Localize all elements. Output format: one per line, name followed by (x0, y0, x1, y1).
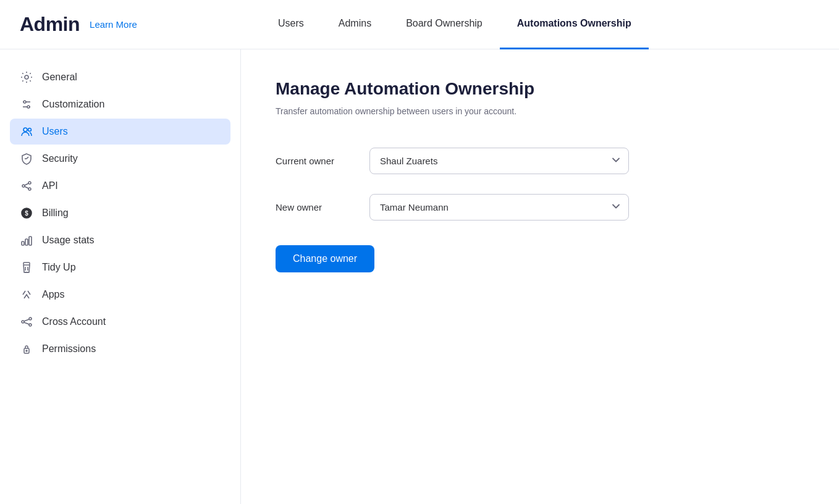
sidebar-item-label-apps: Apps (42, 289, 64, 300)
sidebar: GeneralCustomizationUsersSecurityAPI$Bil… (0, 49, 241, 504)
apps-icon (20, 288, 33, 301)
sidebar-item-api[interactable]: API (10, 173, 230, 199)
sidebar-item-users[interactable]: Users (10, 119, 230, 145)
billing-icon: $ (20, 206, 33, 220)
sidebar-item-label-users: Users (42, 126, 68, 137)
change-owner-button[interactable]: Change owner (276, 245, 374, 272)
svg-rect-17 (25, 239, 28, 245)
new-owner-select[interactable]: Tamar NeumannShaul ZuaretsOther User (369, 194, 629, 220)
sidebar-item-label-customization: Customization (42, 99, 104, 110)
tab-admins[interactable]: Admins (321, 0, 389, 49)
tidyup-icon (20, 261, 33, 274)
sidebar-item-apps[interactable]: Apps (10, 282, 230, 308)
svg-rect-18 (29, 237, 32, 245)
svg-point-23 (29, 317, 32, 320)
permissions-icon (20, 342, 33, 356)
sidebar-item-label-usage-stats: Usage stats (42, 235, 94, 246)
svg-point-0 (25, 75, 28, 79)
current-owner-select-wrapper: Shaul ZuaretsTamar NeumannOther User (369, 148, 629, 174)
svg-rect-19 (23, 262, 30, 265)
current-owner-label: Current owner (276, 156, 350, 166)
learn-more-link[interactable]: Learn More (90, 19, 137, 30)
sidebar-item-security[interactable]: Security (10, 146, 230, 172)
gear-icon (20, 70, 33, 84)
cross-account-icon (20, 315, 33, 329)
svg-point-3 (23, 101, 26, 103)
api-icon (20, 179, 33, 193)
sidebar-item-label-general: General (42, 72, 77, 83)
svg-point-28 (26, 350, 27, 351)
current-owner-select[interactable]: Shaul ZuaretsTamar NeumannOther User (369, 148, 629, 174)
svg-point-22 (22, 321, 24, 323)
svg-line-25 (24, 319, 29, 321)
header: Admin Learn More UsersAdminsBoard Owners… (0, 0, 839, 49)
sidebar-item-cross-account[interactable]: Cross Account (10, 309, 230, 335)
sidebar-item-label-security: Security (42, 153, 78, 164)
svg-text:$: $ (25, 210, 28, 217)
svg-point-6 (28, 128, 32, 132)
header-tabs: UsersAdminsBoard OwnershipAutomations Ow… (261, 0, 649, 49)
sidebar-item-usage-stats[interactable]: Usage stats (10, 227, 230, 253)
current-owner-row: Current owner Shaul ZuaretsTamar Neumann… (276, 148, 804, 174)
svg-line-12 (25, 183, 28, 185)
svg-point-11 (28, 188, 31, 190)
sidebar-item-tidy-up[interactable]: Tidy Up (10, 254, 230, 280)
page-title: Manage Automation Ownership (276, 79, 804, 99)
sidebar-item-customization[interactable]: Customization (10, 91, 230, 117)
app-title: Admin (20, 13, 80, 36)
sliders-icon (20, 98, 33, 111)
sidebar-item-billing[interactable]: $Billing (10, 200, 230, 226)
tab-board-ownership[interactable]: Board Ownership (389, 0, 500, 49)
sidebar-item-general[interactable]: General (10, 64, 230, 90)
svg-line-26 (24, 322, 29, 324)
svg-line-8 (27, 157, 28, 159)
page-subtitle: Transfer automation ownership between us… (276, 105, 804, 118)
sidebar-item-label-permissions: Permissions (42, 343, 96, 355)
svg-point-4 (27, 106, 30, 108)
svg-point-9 (22, 185, 25, 187)
header-brand: Admin Learn More (20, 13, 261, 36)
new-owner-select-wrapper: Tamar NeumannShaul ZuaretsOther User (369, 194, 629, 220)
svg-rect-16 (22, 242, 24, 245)
stats-icon (20, 233, 33, 247)
tab-users[interactable]: Users (261, 0, 321, 49)
sidebar-item-label-cross-account: Cross Account (42, 316, 106, 327)
shield-icon (20, 152, 33, 166)
sidebar-item-permissions[interactable]: Permissions (10, 336, 230, 362)
tab-automations-ownership[interactable]: Automations Ownership (500, 0, 649, 49)
main-content: Manage Automation Ownership Transfer aut… (241, 49, 839, 504)
svg-line-13 (25, 187, 28, 188)
body-layout: GeneralCustomizationUsersSecurityAPI$Bil… (0, 49, 839, 504)
new-owner-label: New owner (276, 202, 350, 212)
svg-point-5 (23, 128, 27, 132)
svg-point-10 (28, 182, 31, 184)
sidebar-item-label-billing: Billing (42, 208, 69, 219)
svg-point-24 (29, 324, 32, 326)
sidebar-item-label-tidy-up: Tidy Up (42, 262, 76, 273)
svg-rect-27 (24, 348, 29, 353)
new-owner-row: New owner Tamar NeumannShaul ZuaretsOthe… (276, 194, 804, 220)
users-icon (20, 125, 33, 138)
sidebar-item-label-api: API (42, 180, 58, 191)
